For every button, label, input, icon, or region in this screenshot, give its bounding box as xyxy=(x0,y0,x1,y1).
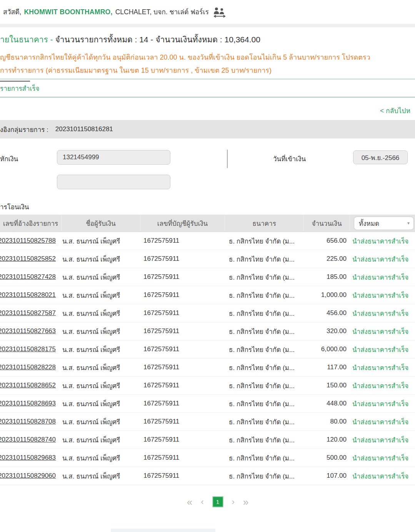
recipient-name: น.ส. ธนภรณ์ เพ็ญศรี xyxy=(62,435,140,445)
recipient-name: น.ส. ธนภรณ์ เพ็ญศรี xyxy=(62,254,140,264)
reference-link[interactable]: 2023101150828228 xyxy=(0,364,62,371)
page-title: ายในธนาคาร - จำนวนรายการทั้งหมด : 14 - จ… xyxy=(0,33,415,46)
transfer-table: เลขที่อ้างอิงรายการ ชื่อผู้รับเงิน เลขที… xyxy=(0,215,415,485)
tab-successful-transactions[interactable]: รายการสำเร็จ xyxy=(0,83,39,93)
amount-value: 320.00 xyxy=(304,327,350,335)
next-page-button[interactable]: › xyxy=(232,497,235,507)
reference-link[interactable]: 2023101150828652 xyxy=(0,382,62,389)
reference-link[interactable]: 2023101150828021 xyxy=(0,291,62,299)
table-row: 2023101150825852 น.ส. ธนภรณ์ เพ็ญศรี 167… xyxy=(0,250,415,268)
reference-link[interactable]: 2023101150828175 xyxy=(0,345,62,353)
debit-account-label: หักเงิน xyxy=(0,153,18,164)
recipient-name: น.ส. ธนภรณ์ เพ็ญศรี xyxy=(62,471,140,481)
recipient-account: 1672575911 xyxy=(140,382,225,389)
reference-link[interactable]: 2023101150825852 xyxy=(0,255,62,263)
first-page-button[interactable]: « xyxy=(187,497,192,507)
recipient-name: น.ส. ธนภรณ์ เพ็ญศรี xyxy=(62,326,140,337)
bank-name: ธ. กสิกรไทย จำกัด (ม... xyxy=(225,272,304,282)
switch-account-icon[interactable] xyxy=(213,7,226,18)
current-page-button[interactable]: 1 xyxy=(212,496,223,507)
recipient-account: 1672575911 xyxy=(140,291,225,299)
header-divider-band xyxy=(0,24,415,27)
recipient-name: น.ส. ธนภรณ์ เพ็ญศรี xyxy=(62,308,140,319)
group-reference-bar: งอิงกลุ่มรายการ : 2023101150816281 xyxy=(0,120,415,138)
table-row: 2023101150828693 น.ส. ธนภรณ์ เพ็ญศรี 167… xyxy=(0,395,415,413)
status-badge: นำส่งธนาคารสำเร็จ xyxy=(350,380,415,391)
table-body: 2023101150825788 น.ส. ธนภรณ์ เพ็ญศรี 167… xyxy=(0,232,415,485)
deposit-date-label: วันที่เข้าเงิน xyxy=(273,153,306,164)
amount-value: 107.00 xyxy=(304,472,350,480)
reference-link[interactable]: 2023101150828693 xyxy=(0,400,62,407)
bank-name: ธ. กสิกรไทย จำกัด (ม... xyxy=(225,254,304,264)
reference-link[interactable]: 2023101150825788 xyxy=(0,237,62,245)
debit-account-extra-field[interactable] xyxy=(57,175,170,189)
recipient-account: 1672575911 xyxy=(140,436,225,444)
status-badge: นำส่งธนาคารสำเร็จ xyxy=(350,344,415,355)
col-header-reference: เลขที่อ้างอิงรายการ xyxy=(0,215,62,232)
table-row: 2023101150828708 น.ส. ธนภรณ์ เพ็ญศรี 167… xyxy=(0,413,415,431)
recipient-account: 1672575911 xyxy=(140,400,225,407)
tab-top-border xyxy=(0,79,415,79)
bank-name: ธ. กสิกรไทย จำกัด (ม... xyxy=(225,344,304,355)
tab-bottom-border xyxy=(0,97,415,97)
amount-value: 117.00 xyxy=(304,364,350,371)
reference-link[interactable]: 2023101150827428 xyxy=(0,273,62,281)
reference-link[interactable]: 2023101150828708 xyxy=(0,418,62,425)
recipient-account: 1672575911 xyxy=(140,472,225,480)
recipient-name: น.ส. ธนภรณ์ เพ็ญศรี xyxy=(62,290,140,300)
recipient-name: น.ส. ธนภรณ์ เพ็ญศรี xyxy=(62,417,140,427)
page-title-highlight: ายในธนาคาร - xyxy=(0,35,53,44)
amount-value: 120.00 xyxy=(304,436,350,444)
reference-link[interactable]: 2023101150829060 xyxy=(0,472,62,480)
transfer-list-section-label: ารโอนเงิน xyxy=(0,202,29,212)
user-name: KHOMWIT BOONTHAMRO, xyxy=(24,8,112,16)
recipient-account: 1672575911 xyxy=(140,454,225,462)
bank-name: ธ. กสิกรไทย จำกัด (ม... xyxy=(225,417,304,427)
reference-link[interactable]: 2023101150829683 xyxy=(0,454,62,462)
recipient-account: 1672575911 xyxy=(140,309,225,317)
status-badge: นำส่งธนาคารสำเร็จ xyxy=(350,362,415,373)
deposit-date-field[interactable] xyxy=(353,150,408,164)
col-header-bank: ธนาคาร xyxy=(225,215,304,232)
table-row: 2023101150829683 น.ส. ธนภรณ์ เพ็ญศรี 167… xyxy=(0,449,415,467)
reference-link[interactable]: 2023101150827587 xyxy=(0,309,62,317)
amount-value: 456.00 xyxy=(304,309,350,317)
status-badge: นำส่งธนาคารสำเร็จ xyxy=(350,272,415,282)
recipient-account: 1672575911 xyxy=(140,273,225,281)
table-row: 2023101150829060 น.ส. ธนภรณ์ เพ็ญศรี 167… xyxy=(0,467,415,485)
amount-value: 150.00 xyxy=(304,382,350,389)
bank-name: ธ. กสิกรไทย จำกัด (ม... xyxy=(225,326,304,337)
reference-link[interactable]: 2023101150827663 xyxy=(0,327,62,335)
status-filter-value: ทั้งหมด xyxy=(359,218,379,228)
bank-name: ธ. กสิกรไทย จำกัด (ม... xyxy=(225,435,304,445)
status-badge: นำส่งธนาคารสำเร็จ xyxy=(350,308,415,319)
status-filter-dropdown[interactable]: ทั้งหมด ▾ xyxy=(354,217,414,230)
back-link[interactable]: < กลับไปห xyxy=(380,105,415,116)
recipient-name: น.ส. ธนภรณ์ เพ็ญศรี xyxy=(62,453,140,463)
reference-link[interactable]: 2023101150828740 xyxy=(0,436,62,444)
topbar: สวัสดี, KHOMWIT BOONTHAMRO, CLCHALET, บจ… xyxy=(0,0,415,24)
table-row: 2023101150825788 น.ส. ธนภรณ์ เพ็ญศรี 167… xyxy=(0,232,415,250)
status-badge: นำส่งธนาคารสำเร็จ xyxy=(350,290,415,300)
recipient-name: น.ส. ธนภรณ์ เพ็ญศรี xyxy=(62,399,140,409)
amount-value: 656.00 xyxy=(304,237,350,245)
table-row: 2023101150827663 น.ส. ธนภรณ์ เพ็ญศรี 167… xyxy=(0,322,415,340)
status-badge: นำส่งธนาคารสำเร็จ xyxy=(350,399,415,409)
table-row: 2023101150828652 น.ส. ธนภรณ์ เพ็ญศรี 167… xyxy=(0,377,415,395)
recipient-name: น.ส. ธนภรณ์ เพ็ญศรี xyxy=(62,380,140,391)
status-badge: นำส่งธนาคารสำเร็จ xyxy=(350,435,415,445)
last-page-button[interactable]: » xyxy=(243,497,248,507)
debit-account-field[interactable] xyxy=(57,150,170,165)
table-row: 2023101150828021 น.ส. ธนภรณ์ เพ็ญศรี 167… xyxy=(0,286,415,304)
recipient-account: 1672575911 xyxy=(140,255,225,263)
table-row: 2023101150828228 น.ส. ธนภรณ์ เพ็ญศรี 167… xyxy=(0,359,415,377)
table-row: 2023101150827428 น.ส. ธนภรณ์ เพ็ญศรี 167… xyxy=(0,268,415,286)
recipient-name: น.ส. ธนภรณ์ เพ็ญศรี xyxy=(62,344,140,355)
prev-page-button[interactable]: ‹ xyxy=(201,497,203,507)
recipient-name: น.ส. ธนภรณ์ เพ็ญศรี xyxy=(62,236,140,246)
bank-name: ธ. กสิกรไทย จำกัด (ม... xyxy=(225,362,304,373)
chevron-down-icon: ▾ xyxy=(407,220,410,226)
col-header-amount: จำนวนเงิน xyxy=(304,215,350,232)
recipient-name: น.ส. ธนภรณ์ เพ็ญศรี xyxy=(62,362,140,373)
status-badge: นำส่งธนาคารสำเร็จ xyxy=(350,471,415,481)
